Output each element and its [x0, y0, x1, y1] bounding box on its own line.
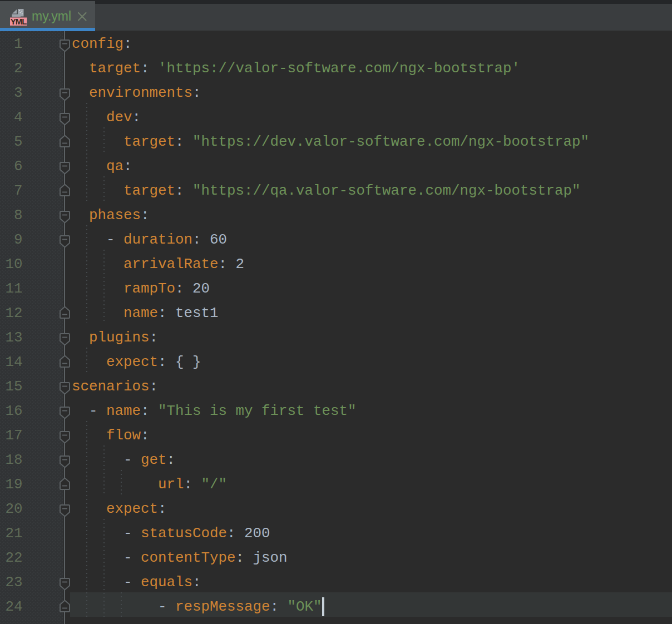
svg-text:YML: YML	[11, 17, 27, 26]
